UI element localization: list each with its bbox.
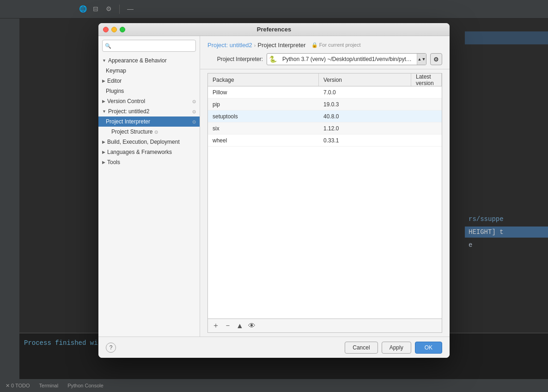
window-controls bbox=[103, 27, 125, 32]
python-console-tab[interactable]: Python Console bbox=[67, 383, 104, 388]
show-packages-button[interactable]: 👁 bbox=[247, 321, 257, 331]
breadcrumb-separator: › bbox=[254, 43, 256, 48]
sidebar-item-build[interactable]: ▶ Build, Execution, Deployment bbox=[98, 137, 200, 147]
sidebar-item-label: Plugins bbox=[106, 88, 124, 94]
expand-icon: ▶ bbox=[102, 99, 105, 104]
for-current-project-badge: 🔒 For current project bbox=[311, 42, 361, 48]
gear-icon: ⚙ bbox=[433, 56, 439, 63]
top-bar: 🌐 ⊟ ⚙ — bbox=[0, 0, 548, 18]
interpreter-settings-button[interactable]: ⚙ bbox=[430, 53, 442, 65]
content-panel: Project: untitled2 › Project Interpreter… bbox=[200, 36, 450, 337]
cell-package: Pillow bbox=[208, 89, 319, 96]
maximize-button[interactable] bbox=[120, 27, 125, 32]
sidebar-item-label: Tools bbox=[107, 159, 120, 165]
sidebar-item-label: Keymap bbox=[106, 67, 126, 74]
dialog-titlebar: Preferences bbox=[98, 23, 450, 36]
col-header-latest[interactable]: Latest version bbox=[411, 74, 442, 86]
breadcrumb-current: Project Interpreter bbox=[258, 42, 306, 49]
toolbar-icons: 🌐 ⊟ ⚙ — bbox=[79, 5, 134, 14]
sidebar-item-label: Editor bbox=[107, 78, 122, 84]
apply-button[interactable]: Apply bbox=[382, 342, 411, 354]
cell-version: 0.33.1 bbox=[319, 137, 411, 144]
select-dropdown-button[interactable]: ▲ ▼ bbox=[417, 54, 426, 65]
sidebar-item-plugins[interactable]: Plugins bbox=[98, 86, 200, 96]
remove-package-button[interactable]: － bbox=[223, 321, 233, 331]
todo-tab[interactable]: ✕ 0 TODO bbox=[6, 383, 30, 389]
breadcrumb: Project: untitled2 › Project Interpreter… bbox=[207, 42, 442, 49]
table-row[interactable]: six 1.12.0 bbox=[208, 122, 442, 135]
cell-package: wheel bbox=[208, 137, 319, 144]
expand-icon: ▼ bbox=[102, 109, 106, 114]
dialog-title: Preferences bbox=[257, 26, 291, 33]
table-row[interactable]: setuptools 40.8.0 bbox=[208, 110, 442, 122]
expand-icon: ▼ bbox=[102, 58, 106, 63]
upgrade-package-button[interactable]: ▲ bbox=[235, 321, 245, 331]
right-code-bg: rs/ssuppe HEIGHT] t e bbox=[465, 31, 548, 263]
help-button[interactable]: ? bbox=[106, 343, 116, 353]
col-header-version[interactable]: Version bbox=[319, 74, 411, 86]
interpreter-value-text: Python 3.7 (venv) ~/Desktop/untitled1/ve… bbox=[280, 56, 415, 62]
cell-version: 40.8.0 bbox=[319, 113, 411, 120]
table-body: Pillow 7.0.0 pip 19.0.3 setuptools 40.8.… bbox=[208, 86, 442, 318]
cell-version: 7.0.0 bbox=[319, 89, 411, 96]
table-toolbar: ＋ － ▲ 👁 bbox=[208, 318, 442, 332]
cell-version: 19.0.3 bbox=[319, 101, 411, 108]
sidebar-item-label: Version Control bbox=[107, 98, 145, 104]
sidebar-item-keymap[interactable]: Keymap bbox=[98, 66, 200, 76]
nav-panel: 🔍 ▼ Appearance & Behavior Keymap ▶ Edito… bbox=[98, 36, 200, 337]
sidebar-item-project-structure[interactable]: Project Structure ⊙ bbox=[98, 127, 200, 137]
lock-icon: 🔒 bbox=[311, 42, 318, 48]
table-row[interactable]: Pillow 7.0.0 bbox=[208, 86, 442, 98]
left-sidebar bbox=[0, 18, 19, 379]
sidebar-item-version-control[interactable]: ▶ Version Control ⊙ bbox=[98, 96, 200, 106]
globe-icon[interactable]: 🌐 bbox=[79, 5, 87, 13]
sidebar-item-appearance[interactable]: ▼ Appearance & Behavior bbox=[98, 55, 200, 66]
col-header-package[interactable]: Package bbox=[208, 74, 319, 86]
terminal-tab[interactable]: Terminal bbox=[39, 383, 59, 388]
sidebar-item-label: Languages & Frameworks bbox=[107, 149, 172, 155]
content-header: Project: untitled2 › Project Interpreter… bbox=[200, 36, 450, 69]
interpreter-label: Project Interpreter: bbox=[207, 56, 263, 62]
sidebar-item-label: Project: untitled2 bbox=[108, 108, 149, 115]
expand-icon: ▶ bbox=[102, 79, 105, 83]
expand-icon: ▶ bbox=[102, 160, 105, 165]
ok-button[interactable]: OK bbox=[415, 342, 442, 354]
minimize-button[interactable] bbox=[111, 27, 117, 32]
table-row[interactable]: wheel 0.33.1 bbox=[208, 135, 442, 147]
sidebar-item-label: Appearance & Behavior bbox=[108, 57, 167, 64]
bottom-status-bar: ✕ 0 TODO Terminal Python Console bbox=[0, 379, 548, 392]
interpreter-row: Project Interpreter: 🐍 Python 3.7 (venv)… bbox=[207, 53, 442, 65]
cell-package: six bbox=[208, 125, 319, 132]
breadcrumb-parent[interactable]: Project: untitled2 bbox=[207, 42, 252, 49]
minus-icon[interactable]: ⊟ bbox=[91, 5, 100, 13]
dialog-body: 🔍 ▼ Appearance & Behavior Keymap ▶ Edito… bbox=[98, 36, 450, 337]
footer-buttons: Cancel Apply OK bbox=[345, 342, 442, 354]
table-header: Package Version Latest version bbox=[208, 74, 442, 86]
sidebar-item-label: Project Interpreter bbox=[106, 118, 150, 125]
sidebar-item-label: Project Structure bbox=[111, 129, 152, 135]
search-input[interactable] bbox=[102, 40, 196, 52]
sidebar-item-project-interpreter[interactable]: Project Interpreter ⊙ bbox=[98, 116, 200, 127]
table-row[interactable]: pip 19.0.3 bbox=[208, 98, 442, 110]
sidebar-item-project[interactable]: ▼ Project: untitled2 ⊙ bbox=[98, 106, 200, 116]
cancel-button[interactable]: Cancel bbox=[345, 342, 378, 354]
cell-package: pip bbox=[208, 101, 319, 108]
sidebar-item-label: Build, Execution, Deployment bbox=[107, 139, 180, 145]
preferences-dialog: Preferences 🔍 ▼ Appearance & Behavior Ke… bbox=[98, 23, 450, 358]
interpreter-select-field[interactable]: 🐍 Python 3.7 (venv) ~/Desktop/untitled1/… bbox=[267, 53, 426, 65]
dash-icon[interactable]: — bbox=[126, 5, 134, 13]
sidebar-item-tools[interactable]: ▶ Tools bbox=[98, 157, 200, 167]
sidebar-item-editor[interactable]: ▶ Editor bbox=[98, 76, 200, 86]
chevron-up-icon: ▲ bbox=[418, 57, 422, 61]
chevron-down-icon: ▼ bbox=[422, 57, 426, 61]
settings-icon[interactable]: ⚙ bbox=[104, 5, 113, 13]
add-package-button[interactable]: ＋ bbox=[211, 321, 221, 331]
expand-icon: ▶ bbox=[102, 150, 105, 154]
python-icon: 🐍 bbox=[267, 55, 279, 63]
search-icon: 🔍 bbox=[105, 43, 111, 49]
cell-version: 1.12.0 bbox=[319, 125, 411, 132]
dialog-footer: ? Cancel Apply OK bbox=[98, 337, 450, 358]
cell-package: setuptools bbox=[208, 113, 319, 120]
sidebar-item-languages[interactable]: ▶ Languages & Frameworks bbox=[98, 147, 200, 157]
close-button[interactable] bbox=[103, 27, 109, 32]
